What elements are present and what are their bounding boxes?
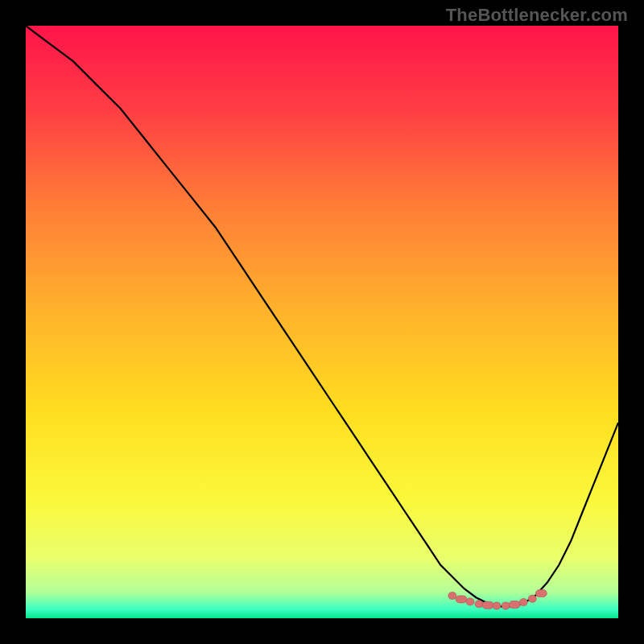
marker-dot	[482, 601, 493, 609]
marker-dot	[466, 598, 474, 605]
attribution-label: TheBottlenecker.com	[446, 5, 628, 26]
chart-frame: TheBottlenecker.com	[0, 0, 644, 644]
gradient-background	[26, 26, 618, 618]
marker-dot	[456, 596, 467, 603]
marker-dot	[475, 601, 483, 608]
marker-dot	[509, 601, 520, 609]
marker-dot	[535, 590, 547, 597]
marker-dot	[519, 599, 527, 606]
chart-svg	[26, 26, 618, 618]
marker-dot	[493, 602, 501, 609]
marker-dot	[448, 592, 456, 600]
marker-dot	[528, 595, 536, 602]
marker-dot	[502, 602, 510, 609]
plot-area	[26, 26, 618, 618]
